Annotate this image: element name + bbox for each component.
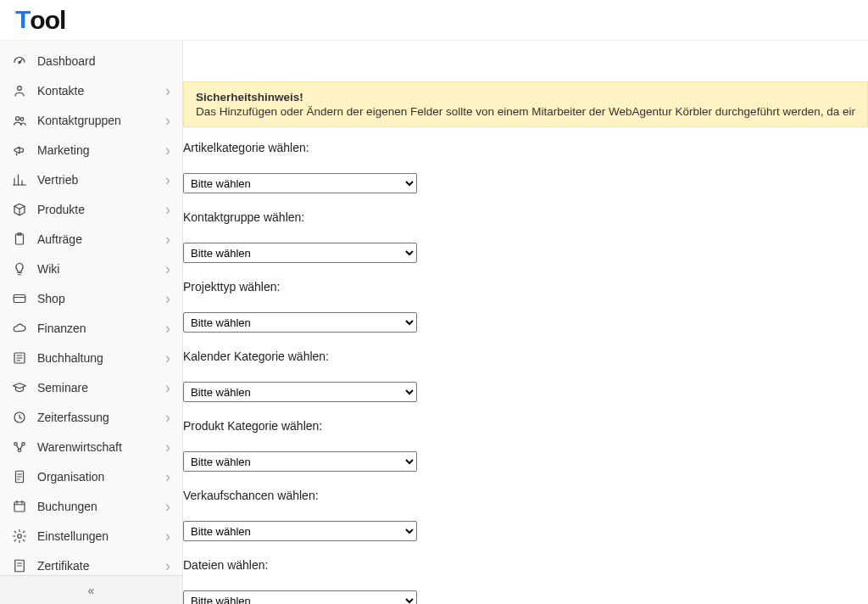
svg-point-2 xyxy=(16,116,20,120)
svg-point-1 xyxy=(18,86,22,90)
field-kalender-kategorie: Kalender Kategorie wählen: Bitte wählen xyxy=(183,350,868,402)
field-label: Kontaktgruppe wählen: xyxy=(183,210,868,224)
sidebar-item-organisation[interactable]: Organisation › xyxy=(0,461,182,491)
svg-point-14 xyxy=(18,534,22,538)
chevron-right-icon: › xyxy=(165,410,170,425)
sidebar-collapse-button[interactable]: « xyxy=(0,575,182,604)
field-label: Produkt Kategorie wählen: xyxy=(183,419,868,433)
alert-title: Sicherheitshinweis! xyxy=(196,91,855,103)
chevron-right-icon: › xyxy=(165,172,170,187)
sidebar-item-label: Zertifikate xyxy=(37,559,165,573)
sidebar-item-marketing[interactable]: Marketing › xyxy=(0,135,182,165)
people-icon xyxy=(12,113,27,128)
chevron-right-icon: › xyxy=(165,558,170,573)
svg-rect-4 xyxy=(16,234,24,244)
sidebar-item-buchhaltung[interactable]: Buchhaltung › xyxy=(0,343,182,372)
sidebar-item-label: Warenwirtschaft xyxy=(37,440,165,454)
sidebar-item-label: Kontaktgruppen xyxy=(37,114,165,127)
clock-icon xyxy=(12,410,27,425)
sidebar-item-wiki[interactable]: Wiki › xyxy=(0,254,182,283)
field-label: Projekttyp wählen: xyxy=(183,280,868,294)
credit-card-icon xyxy=(12,291,27,306)
sidebar-item-finanzen[interactable]: Finanzen › xyxy=(0,313,182,343)
sidebar-item-auftraege[interactable]: Aufträge › xyxy=(0,224,182,254)
select-produkt-kategorie[interactable]: Bitte wählen xyxy=(183,451,417,472)
field-produkt-kategorie: Produkt Kategorie wählen: Bitte wählen xyxy=(183,419,868,472)
sidebar-item-label: Seminare xyxy=(37,381,165,394)
field-label: Dateien wählen: xyxy=(183,558,868,572)
certificate-icon xyxy=(12,558,27,573)
chevron-right-icon: › xyxy=(165,528,170,544)
chevron-right-icon: › xyxy=(165,113,170,128)
sidebar-item-seminare[interactable]: Seminare › xyxy=(0,372,182,402)
chevron-right-icon: › xyxy=(165,380,170,395)
select-kalender-kategorie[interactable]: Bitte wählen xyxy=(183,382,417,402)
sidebar-item-vertrieb[interactable]: Vertrieb › xyxy=(0,165,182,194)
ledger-icon xyxy=(12,350,27,366)
chevron-right-icon: › xyxy=(165,291,170,306)
cloud-icon xyxy=(12,321,27,336)
sidebar-nav: Dashboard Kontakte › Kontaktgruppen › Ma… xyxy=(0,41,182,575)
sidebar-item-label: Kontakte xyxy=(37,84,165,98)
speedometer-icon xyxy=(12,53,27,69)
main-content: Sicherheitshinweis! Das Hinzufügen oder … xyxy=(183,41,868,604)
sidebar-item-zertifikate[interactable]: Zertifikate › xyxy=(0,551,182,575)
select-dateien[interactable]: Bitte wählen xyxy=(183,590,417,604)
megaphone-icon xyxy=(12,143,27,158)
sidebar-item-label: Dashboard xyxy=(37,54,170,68)
app-logo: Tool xyxy=(15,6,65,35)
chevron-right-icon: › xyxy=(165,439,170,455)
select-projekttyp[interactable]: Bitte wählen xyxy=(183,312,417,333)
field-dateien: Dateien wählen: Bitte wählen xyxy=(183,558,868,604)
svg-rect-13 xyxy=(14,501,25,511)
sidebar-item-label: Organisation xyxy=(37,470,165,484)
person-icon xyxy=(12,83,27,98)
lightbulb-icon xyxy=(12,261,27,277)
gear-icon xyxy=(12,528,27,544)
sidebar-item-label: Aufträge xyxy=(37,232,165,246)
sidebar-item-shop[interactable]: Shop › xyxy=(0,283,182,313)
chevron-right-icon: › xyxy=(165,499,170,514)
sidebar-item-kontaktgruppen[interactable]: Kontaktgruppen › xyxy=(0,105,182,135)
sidebar-item-label: Vertrieb xyxy=(37,173,165,187)
sidebar-item-kontakte[interactable]: Kontakte › xyxy=(0,76,182,105)
field-artikelkategorie: Artikelkategorie wählen: Bitte wählen xyxy=(183,141,868,193)
field-label: Kalender Kategorie wählen: xyxy=(183,350,868,363)
chevron-right-icon: › xyxy=(165,83,170,98)
sidebar-item-einstellungen[interactable]: Einstellungen › xyxy=(0,521,182,551)
package-icon xyxy=(12,202,27,217)
sidebar-item-label: Finanzen xyxy=(37,322,165,335)
sidebar-item-dashboard[interactable]: Dashboard xyxy=(0,46,182,76)
select-verkaufschancen[interactable]: Bitte wählen xyxy=(183,521,417,541)
sidebar: Dashboard Kontakte › Kontaktgruppen › Ma… xyxy=(0,41,183,604)
chevron-right-icon: › xyxy=(165,350,170,366)
logo-letter-t: T xyxy=(15,5,30,34)
svg-point-3 xyxy=(20,117,24,120)
graduation-cap-icon xyxy=(12,380,27,395)
sidebar-item-produkte[interactable]: Produkte › xyxy=(0,194,182,224)
topbar: Tool xyxy=(0,0,868,41)
sidebar-item-label: Einstellungen xyxy=(37,529,165,543)
sidebar-item-warenwirtschaft[interactable]: Warenwirtschaft › xyxy=(0,432,182,461)
svg-rect-6 xyxy=(14,294,25,302)
sidebar-item-zeiterfassung[interactable]: Zeiterfassung › xyxy=(0,402,182,432)
chevron-right-icon: › xyxy=(165,202,170,217)
sidebar-item-label: Shop xyxy=(37,292,165,305)
chevron-right-icon: › xyxy=(165,261,170,277)
flow-icon xyxy=(12,439,27,455)
sidebar-item-label: Buchungen xyxy=(37,500,165,513)
sidebar-item-label: Wiki xyxy=(37,262,165,276)
field-label: Artikelkategorie wählen: xyxy=(183,141,868,154)
calendar-icon xyxy=(12,499,27,514)
field-verkaufschancen: Verkaufschancen wählen: Bitte wählen xyxy=(183,489,868,541)
chevron-right-icon: › xyxy=(165,143,170,158)
chevron-right-icon: › xyxy=(165,232,170,247)
sidebar-item-label: Buchhaltung xyxy=(37,351,165,365)
chevron-right-icon: › xyxy=(165,321,170,336)
select-kontaktgruppe[interactable]: Bitte wählen xyxy=(183,243,417,263)
chevron-right-icon: › xyxy=(165,469,170,484)
sidebar-item-buchungen[interactable]: Buchungen › xyxy=(0,491,182,521)
select-artikelkategorie[interactable]: Bitte wählen xyxy=(183,173,417,193)
field-projekttyp: Projekttyp wählen: Bitte wählen xyxy=(183,280,868,333)
security-warning-alert: Sicherheitshinweis! Das Hinzufügen oder … xyxy=(183,81,868,127)
